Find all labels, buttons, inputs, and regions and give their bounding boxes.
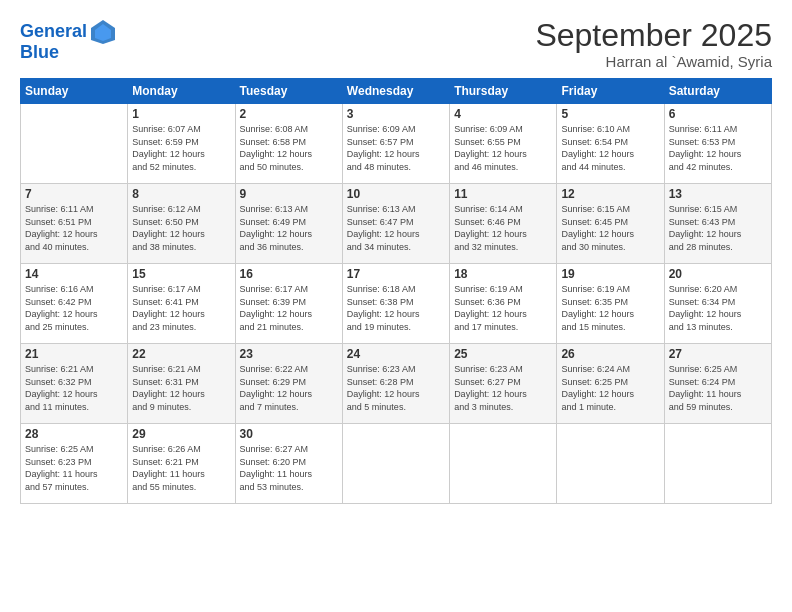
calendar-title: September 2025 [535, 18, 772, 53]
day-cell: 12Sunrise: 6:15 AM Sunset: 6:45 PM Dayli… [557, 184, 664, 264]
day-cell: 2Sunrise: 6:08 AM Sunset: 6:58 PM Daylig… [235, 104, 342, 184]
day-cell: 21Sunrise: 6:21 AM Sunset: 6:32 PM Dayli… [21, 344, 128, 424]
day-info: Sunrise: 6:27 AM Sunset: 6:20 PM Dayligh… [240, 443, 338, 493]
col-tuesday: Tuesday [235, 79, 342, 104]
day-info: Sunrise: 6:17 AM Sunset: 6:39 PM Dayligh… [240, 283, 338, 333]
day-info: Sunrise: 6:11 AM Sunset: 6:51 PM Dayligh… [25, 203, 123, 253]
day-cell [342, 424, 449, 504]
day-info: Sunrise: 6:25 AM Sunset: 6:23 PM Dayligh… [25, 443, 123, 493]
day-info: Sunrise: 6:15 AM Sunset: 6:45 PM Dayligh… [561, 203, 659, 253]
week-row-3: 14Sunrise: 6:16 AM Sunset: 6:42 PM Dayli… [21, 264, 772, 344]
day-number: 24 [347, 347, 445, 361]
day-info: Sunrise: 6:16 AM Sunset: 6:42 PM Dayligh… [25, 283, 123, 333]
header: General Blue September 2025 Harran al `A… [20, 18, 772, 70]
day-cell: 3Sunrise: 6:09 AM Sunset: 6:57 PM Daylig… [342, 104, 449, 184]
day-info: Sunrise: 6:07 AM Sunset: 6:59 PM Dayligh… [132, 123, 230, 173]
day-info: Sunrise: 6:13 AM Sunset: 6:49 PM Dayligh… [240, 203, 338, 253]
day-number: 6 [669, 107, 767, 121]
day-info: Sunrise: 6:23 AM Sunset: 6:28 PM Dayligh… [347, 363, 445, 413]
day-cell: 18Sunrise: 6:19 AM Sunset: 6:36 PM Dayli… [450, 264, 557, 344]
day-number: 9 [240, 187, 338, 201]
day-info: Sunrise: 6:12 AM Sunset: 6:50 PM Dayligh… [132, 203, 230, 253]
day-info: Sunrise: 6:09 AM Sunset: 6:57 PM Dayligh… [347, 123, 445, 173]
day-info: Sunrise: 6:15 AM Sunset: 6:43 PM Dayligh… [669, 203, 767, 253]
day-number: 17 [347, 267, 445, 281]
col-wednesday: Wednesday [342, 79, 449, 104]
day-number: 3 [347, 107, 445, 121]
day-info: Sunrise: 6:20 AM Sunset: 6:34 PM Dayligh… [669, 283, 767, 333]
day-info: Sunrise: 6:24 AM Sunset: 6:25 PM Dayligh… [561, 363, 659, 413]
day-number: 30 [240, 427, 338, 441]
day-number: 2 [240, 107, 338, 121]
day-cell: 10Sunrise: 6:13 AM Sunset: 6:47 PM Dayli… [342, 184, 449, 264]
col-friday: Friday [557, 79, 664, 104]
day-cell: 26Sunrise: 6:24 AM Sunset: 6:25 PM Dayli… [557, 344, 664, 424]
day-cell: 23Sunrise: 6:22 AM Sunset: 6:29 PM Dayli… [235, 344, 342, 424]
day-cell: 29Sunrise: 6:26 AM Sunset: 6:21 PM Dayli… [128, 424, 235, 504]
day-info: Sunrise: 6:09 AM Sunset: 6:55 PM Dayligh… [454, 123, 552, 173]
day-cell: 7Sunrise: 6:11 AM Sunset: 6:51 PM Daylig… [21, 184, 128, 264]
day-number: 22 [132, 347, 230, 361]
day-number: 13 [669, 187, 767, 201]
day-cell: 16Sunrise: 6:17 AM Sunset: 6:39 PM Dayli… [235, 264, 342, 344]
day-cell [450, 424, 557, 504]
day-info: Sunrise: 6:22 AM Sunset: 6:29 PM Dayligh… [240, 363, 338, 413]
day-cell: 20Sunrise: 6:20 AM Sunset: 6:34 PM Dayli… [664, 264, 771, 344]
week-row-1: 1Sunrise: 6:07 AM Sunset: 6:59 PM Daylig… [21, 104, 772, 184]
col-sunday: Sunday [21, 79, 128, 104]
calendar-subtitle: Harran al `Awamid, Syria [535, 53, 772, 70]
day-info: Sunrise: 6:17 AM Sunset: 6:41 PM Dayligh… [132, 283, 230, 333]
week-row-4: 21Sunrise: 6:21 AM Sunset: 6:32 PM Dayli… [21, 344, 772, 424]
day-info: Sunrise: 6:25 AM Sunset: 6:24 PM Dayligh… [669, 363, 767, 413]
day-number: 12 [561, 187, 659, 201]
logo: General Blue [20, 18, 117, 63]
col-thursday: Thursday [450, 79, 557, 104]
day-cell: 27Sunrise: 6:25 AM Sunset: 6:24 PM Dayli… [664, 344, 771, 424]
day-number: 18 [454, 267, 552, 281]
col-saturday: Saturday [664, 79, 771, 104]
day-number: 26 [561, 347, 659, 361]
day-cell: 14Sunrise: 6:16 AM Sunset: 6:42 PM Dayli… [21, 264, 128, 344]
day-info: Sunrise: 6:19 AM Sunset: 6:36 PM Dayligh… [454, 283, 552, 333]
day-cell: 6Sunrise: 6:11 AM Sunset: 6:53 PM Daylig… [664, 104, 771, 184]
day-number: 11 [454, 187, 552, 201]
day-info: Sunrise: 6:26 AM Sunset: 6:21 PM Dayligh… [132, 443, 230, 493]
day-cell [664, 424, 771, 504]
day-cell [557, 424, 664, 504]
day-cell: 30Sunrise: 6:27 AM Sunset: 6:20 PM Dayli… [235, 424, 342, 504]
day-cell: 24Sunrise: 6:23 AM Sunset: 6:28 PM Dayli… [342, 344, 449, 424]
day-cell: 8Sunrise: 6:12 AM Sunset: 6:50 PM Daylig… [128, 184, 235, 264]
header-row: Sunday Monday Tuesday Wednesday Thursday… [21, 79, 772, 104]
day-cell: 9Sunrise: 6:13 AM Sunset: 6:49 PM Daylig… [235, 184, 342, 264]
day-info: Sunrise: 6:08 AM Sunset: 6:58 PM Dayligh… [240, 123, 338, 173]
day-cell: 4Sunrise: 6:09 AM Sunset: 6:55 PM Daylig… [450, 104, 557, 184]
day-number: 1 [132, 107, 230, 121]
day-number: 7 [25, 187, 123, 201]
day-number: 4 [454, 107, 552, 121]
logo-icon [89, 18, 117, 46]
week-row-5: 28Sunrise: 6:25 AM Sunset: 6:23 PM Dayli… [21, 424, 772, 504]
day-number: 19 [561, 267, 659, 281]
day-number: 16 [240, 267, 338, 281]
day-info: Sunrise: 6:14 AM Sunset: 6:46 PM Dayligh… [454, 203, 552, 253]
day-number: 5 [561, 107, 659, 121]
day-info: Sunrise: 6:23 AM Sunset: 6:27 PM Dayligh… [454, 363, 552, 413]
day-cell: 25Sunrise: 6:23 AM Sunset: 6:27 PM Dayli… [450, 344, 557, 424]
day-number: 14 [25, 267, 123, 281]
day-number: 20 [669, 267, 767, 281]
day-info: Sunrise: 6:11 AM Sunset: 6:53 PM Dayligh… [669, 123, 767, 173]
day-cell: 1Sunrise: 6:07 AM Sunset: 6:59 PM Daylig… [128, 104, 235, 184]
day-number: 29 [132, 427, 230, 441]
logo-text: General [20, 22, 87, 42]
day-number: 21 [25, 347, 123, 361]
day-number: 8 [132, 187, 230, 201]
day-number: 27 [669, 347, 767, 361]
day-info: Sunrise: 6:18 AM Sunset: 6:38 PM Dayligh… [347, 283, 445, 333]
day-info: Sunrise: 6:19 AM Sunset: 6:35 PM Dayligh… [561, 283, 659, 333]
day-cell [21, 104, 128, 184]
day-info: Sunrise: 6:21 AM Sunset: 6:32 PM Dayligh… [25, 363, 123, 413]
day-info: Sunrise: 6:10 AM Sunset: 6:54 PM Dayligh… [561, 123, 659, 173]
day-cell: 22Sunrise: 6:21 AM Sunset: 6:31 PM Dayli… [128, 344, 235, 424]
week-row-2: 7Sunrise: 6:11 AM Sunset: 6:51 PM Daylig… [21, 184, 772, 264]
day-number: 28 [25, 427, 123, 441]
